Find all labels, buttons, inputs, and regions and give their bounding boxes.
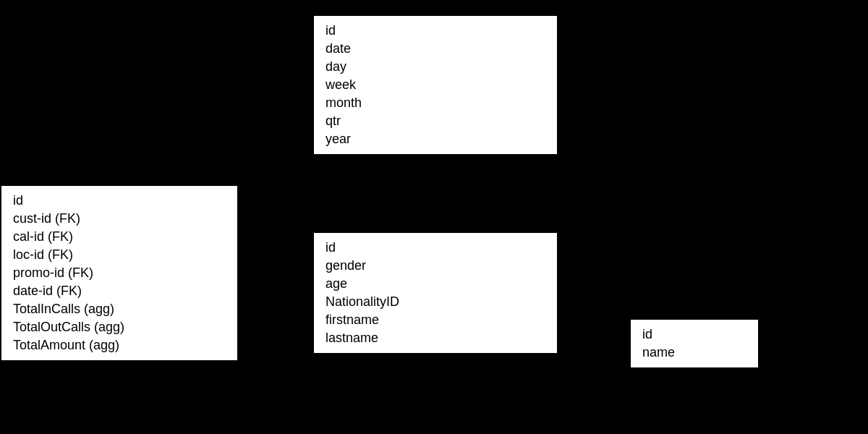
fact-field-date-id: date-id (FK) xyxy=(13,282,226,300)
customer-field-id: id xyxy=(326,239,545,257)
customer-field-nationalityid: NationalityID xyxy=(326,293,545,311)
small-table: id name xyxy=(629,318,760,369)
calendar-field-id: id xyxy=(326,22,545,40)
fact-field-cal-id: cal-id (FK) xyxy=(13,228,226,246)
fact-field-totalamount: TotalAmount (agg) xyxy=(13,336,226,354)
fact-field-id: id xyxy=(13,192,226,210)
calendar-field-year: year xyxy=(326,130,545,148)
fact-field-totaloutcalls: TotalOutCalls (agg) xyxy=(13,318,226,336)
customer-field-gender: gender xyxy=(326,257,545,275)
calendar-field-day: day xyxy=(326,58,545,76)
fact-field-cust-id: cust-id (FK) xyxy=(13,210,226,228)
small-field-id: id xyxy=(642,326,746,344)
calendar-field-qtr: qtr xyxy=(326,112,545,130)
customer-table: id gender age NationalityID firstname la… xyxy=(312,231,558,354)
fact-field-loc-id: loc-id (FK) xyxy=(13,246,226,264)
customer-field-firstname: firstname xyxy=(326,311,545,329)
calendar-field-week: week xyxy=(326,76,545,94)
fact-field-promo-id: promo-id (FK) xyxy=(13,264,226,282)
calendar-table: id date day week month qtr year xyxy=(312,14,558,156)
calendar-field-month: month xyxy=(326,94,545,112)
calendar-field-date: date xyxy=(326,40,545,58)
customer-field-age: age xyxy=(326,275,545,293)
small-field-name: name xyxy=(642,344,746,362)
fact-field-totalincalls: TotalInCalls (agg) xyxy=(13,300,226,318)
fact-table: id cust-id (FK) cal-id (FK) loc-id (FK) … xyxy=(0,184,239,362)
customer-field-lastname: lastname xyxy=(326,329,545,347)
